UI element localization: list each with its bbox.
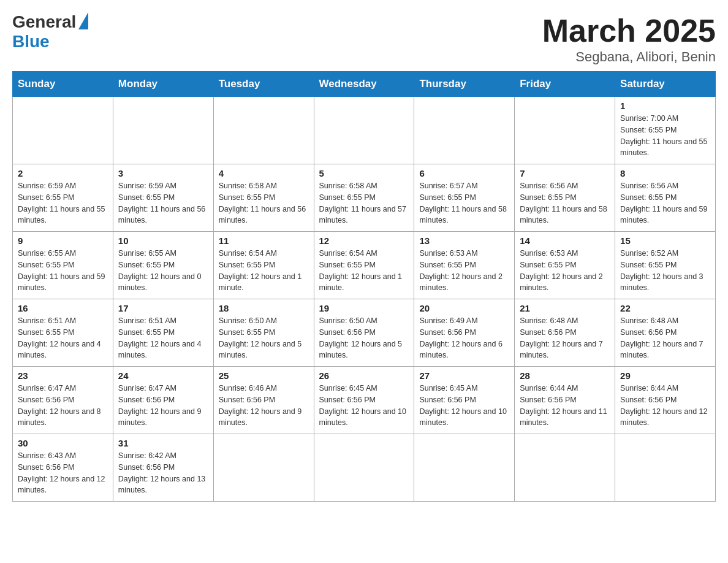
logo-general: General [12, 12, 88, 32]
calendar-day-cell [314, 434, 414, 502]
day-number: 31 [118, 438, 208, 448]
day-number: 10 [118, 236, 208, 246]
day-info: Sunrise: 6:45 AMSunset: 6:56 PMDaylight:… [419, 383, 509, 429]
calendar-day-cell: 2Sunrise: 6:59 AMSunset: 6:55 PMDaylight… [13, 164, 113, 232]
calendar-week-row: 30Sunrise: 6:43 AMSunset: 6:56 PMDayligh… [13, 434, 716, 502]
calendar-day-cell: 19Sunrise: 6:50 AMSunset: 6:56 PMDayligh… [314, 299, 414, 367]
calendar-day-cell [314, 97, 414, 164]
day-number: 25 [219, 370, 309, 381]
day-number: 19 [319, 303, 409, 313]
day-info: Sunrise: 6:55 AMSunset: 6:55 PMDaylight:… [118, 248, 208, 294]
day-info: Sunrise: 6:58 AMSunset: 6:55 PMDaylight:… [319, 180, 409, 226]
day-number: 30 [18, 438, 108, 448]
title-area: March 2025 Segbana, Alibori, Benin [542, 12, 716, 65]
calendar-day-cell: 4Sunrise: 6:58 AMSunset: 6:55 PMDaylight… [213, 164, 314, 232]
calendar-day-cell: 12Sunrise: 6:54 AMSunset: 6:55 PMDayligh… [314, 232, 414, 299]
day-number: 6 [419, 168, 509, 178]
calendar-day-cell [515, 97, 615, 164]
day-info: Sunrise: 6:55 AMSunset: 6:55 PMDaylight:… [18, 248, 108, 294]
day-info: Sunrise: 6:56 AMSunset: 6:55 PMDaylight:… [620, 180, 710, 226]
logo-general-text: General [12, 12, 76, 32]
calendar-day-cell: 9Sunrise: 6:55 AMSunset: 6:55 PMDaylight… [13, 232, 113, 299]
day-number: 4 [219, 168, 309, 178]
calendar-day-cell: 27Sunrise: 6:45 AMSunset: 6:56 PMDayligh… [414, 367, 515, 434]
day-info: Sunrise: 6:48 AMSunset: 6:56 PMDaylight:… [520, 315, 610, 361]
day-number: 5 [319, 168, 409, 178]
day-info: Sunrise: 7:00 AMSunset: 6:55 PMDaylight:… [620, 113, 710, 159]
day-number: 22 [620, 303, 710, 313]
day-number: 29 [620, 370, 710, 381]
day-info: Sunrise: 6:43 AMSunset: 6:56 PMDaylight:… [18, 450, 108, 496]
calendar-day-cell: 5Sunrise: 6:58 AMSunset: 6:55 PMDaylight… [314, 164, 414, 232]
calendar-week-row: 9Sunrise: 6:55 AMSunset: 6:55 PMDaylight… [13, 232, 716, 299]
day-info: Sunrise: 6:47 AMSunset: 6:56 PMDaylight:… [18, 383, 108, 429]
calendar-week-row: 1Sunrise: 7:00 AMSunset: 6:55 PMDaylight… [13, 97, 716, 164]
calendar-day-cell: 23Sunrise: 6:47 AMSunset: 6:56 PMDayligh… [13, 367, 113, 434]
day-info: Sunrise: 6:45 AMSunset: 6:56 PMDaylight:… [319, 383, 409, 429]
logo: General Blue [12, 12, 88, 52]
day-number: 18 [219, 303, 309, 313]
day-info: Sunrise: 6:52 AMSunset: 6:55 PMDaylight:… [620, 248, 710, 294]
day-info: Sunrise: 6:59 AMSunset: 6:55 PMDaylight:… [18, 180, 108, 226]
day-number: 7 [520, 168, 610, 178]
day-info: Sunrise: 6:44 AMSunset: 6:56 PMDaylight:… [620, 383, 710, 429]
calendar-day-cell [13, 97, 113, 164]
calendar-day-cell [414, 97, 515, 164]
calendar-day-cell: 14Sunrise: 6:53 AMSunset: 6:55 PMDayligh… [515, 232, 615, 299]
day-number: 24 [118, 370, 208, 381]
calendar-day-cell: 29Sunrise: 6:44 AMSunset: 6:56 PMDayligh… [615, 367, 716, 434]
day-number: 16 [18, 303, 108, 313]
day-number: 23 [18, 370, 108, 381]
calendar-day-cell: 26Sunrise: 6:45 AMSunset: 6:56 PMDayligh… [314, 367, 414, 434]
day-number: 1 [620, 101, 710, 111]
day-number: 8 [620, 168, 710, 178]
calendar-day-cell: 16Sunrise: 6:51 AMSunset: 6:55 PMDayligh… [13, 299, 113, 367]
calendar-day-cell: 25Sunrise: 6:46 AMSunset: 6:56 PMDayligh… [213, 367, 314, 434]
calendar-week-row: 2Sunrise: 6:59 AMSunset: 6:55 PMDaylight… [13, 164, 716, 232]
calendar-day-cell [615, 434, 716, 502]
day-info: Sunrise: 6:49 AMSunset: 6:56 PMDaylight:… [419, 315, 509, 361]
day-number: 14 [520, 236, 610, 246]
calendar-day-cell: 18Sunrise: 6:50 AMSunset: 6:55 PMDayligh… [213, 299, 314, 367]
day-info: Sunrise: 6:44 AMSunset: 6:56 PMDaylight:… [520, 383, 610, 429]
day-number: 20 [419, 303, 509, 313]
logo-blue-text: Blue [12, 32, 50, 52]
day-info: Sunrise: 6:54 AMSunset: 6:55 PMDaylight:… [319, 248, 409, 294]
calendar-week-row: 23Sunrise: 6:47 AMSunset: 6:56 PMDayligh… [13, 367, 716, 434]
day-number: 13 [419, 236, 509, 246]
day-of-week-header: Sunday [13, 72, 113, 97]
days-of-week-row: SundayMondayTuesdayWednesdayThursdayFrid… [13, 72, 716, 97]
day-number: 3 [118, 168, 208, 178]
calendar-day-cell [213, 97, 314, 164]
day-number: 26 [319, 370, 409, 381]
day-number: 15 [620, 236, 710, 246]
calendar-day-cell: 21Sunrise: 6:48 AMSunset: 6:56 PMDayligh… [515, 299, 615, 367]
day-number: 21 [520, 303, 610, 313]
calendar-day-cell: 6Sunrise: 6:57 AMSunset: 6:55 PMDaylight… [414, 164, 515, 232]
calendar-day-cell: 7Sunrise: 6:56 AMSunset: 6:55 PMDaylight… [515, 164, 615, 232]
calendar-header: SundayMondayTuesdayWednesdayThursdayFrid… [13, 72, 716, 97]
day-info: Sunrise: 6:57 AMSunset: 6:55 PMDaylight:… [419, 180, 509, 226]
calendar-day-cell: 1Sunrise: 7:00 AMSunset: 6:55 PMDaylight… [615, 97, 716, 164]
calendar-day-cell: 17Sunrise: 6:51 AMSunset: 6:55 PMDayligh… [113, 299, 213, 367]
day-info: Sunrise: 6:42 AMSunset: 6:56 PMDaylight:… [118, 450, 208, 496]
day-info: Sunrise: 6:46 AMSunset: 6:56 PMDaylight:… [219, 383, 309, 429]
calendar-day-cell: 22Sunrise: 6:48 AMSunset: 6:56 PMDayligh… [615, 299, 716, 367]
day-of-week-header: Saturday [615, 72, 716, 97]
day-of-week-header: Wednesday [314, 72, 414, 97]
calendar-day-cell: 11Sunrise: 6:54 AMSunset: 6:55 PMDayligh… [213, 232, 314, 299]
calendar-body: 1Sunrise: 7:00 AMSunset: 6:55 PMDaylight… [13, 97, 716, 502]
logo-triangle-icon [78, 12, 88, 29]
day-of-week-header: Monday [113, 72, 213, 97]
day-of-week-header: Tuesday [213, 72, 314, 97]
day-info: Sunrise: 6:47 AMSunset: 6:56 PMDaylight:… [118, 383, 208, 429]
day-number: 2 [18, 168, 108, 178]
calendar-day-cell: 13Sunrise: 6:53 AMSunset: 6:55 PMDayligh… [414, 232, 515, 299]
calendar-week-row: 16Sunrise: 6:51 AMSunset: 6:55 PMDayligh… [13, 299, 716, 367]
calendar-day-cell [414, 434, 515, 502]
day-info: Sunrise: 6:51 AMSunset: 6:55 PMDaylight:… [18, 315, 108, 361]
calendar-day-cell [515, 434, 615, 502]
day-number: 11 [219, 236, 309, 246]
calendar-day-cell [113, 97, 213, 164]
calendar-day-cell: 31Sunrise: 6:42 AMSunset: 6:56 PMDayligh… [113, 434, 213, 502]
